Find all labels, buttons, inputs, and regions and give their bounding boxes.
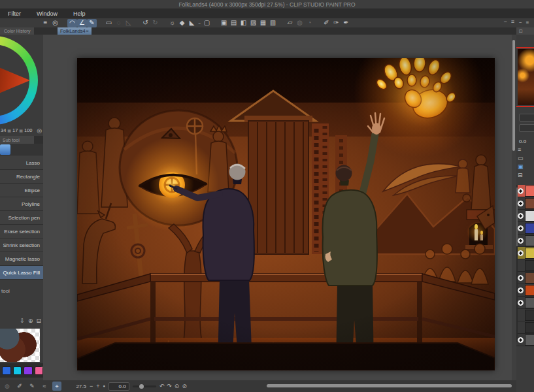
toolbar-icon[interactable]: ◍: [295, 19, 305, 27]
menu-item[interactable]: Window: [29, 8, 65, 18]
toolbar-icon[interactable]: ▱: [285, 19, 295, 27]
layer-row[interactable]: [516, 284, 534, 297]
layer-panel-icon[interactable]: ▭: [518, 155, 524, 161]
layer-panel-icon[interactable]: ▣: [518, 163, 524, 170]
canvas-vertical-scrollbar[interactable]: [512, 35, 516, 380]
subtool-action-icon[interactable]: ⇩: [20, 318, 25, 324]
toolbar-icon[interactable]: ▦: [258, 19, 268, 27]
toolbar-icon[interactable]: ◣: [187, 19, 197, 27]
document-tab[interactable]: FolkLands4 ×: [58, 27, 92, 35]
vertical-scrollbar-thumb[interactable]: [512, 40, 515, 151]
close-tab-icon[interactable]: ×: [86, 28, 89, 34]
toolbar-icon[interactable]: ◔: [305, 19, 314, 27]
footer-tool-icon[interactable]: ◍: [3, 382, 12, 391]
toolbar-icon[interactable]: ▥: [268, 19, 278, 27]
toolbar-control-icon[interactable]: ≡: [511, 18, 514, 25]
toolbar-icon[interactable]: ✒: [341, 19, 351, 27]
document-canvas[interactable]: [77, 58, 495, 370]
toolbar-icon[interactable]: ◺: [124, 19, 133, 27]
layer-row[interactable]: [516, 321, 534, 334]
toolbar-icon[interactable]: ◆: [177, 19, 187, 27]
subtool-item[interactable]: Selection pen: [0, 211, 43, 225]
layer-thumbnail[interactable]: [525, 297, 534, 308]
subtool-item[interactable]: Ellipse: [0, 184, 43, 197]
toolbar-icon[interactable]: ≡: [41, 19, 50, 27]
layer-thumbnail[interactable]: [525, 223, 534, 234]
layer-row[interactable]: [516, 247, 534, 259]
rotate-left-icon[interactable]: ↶: [159, 383, 165, 389]
fit-screen-button[interactable]: ▪: [103, 383, 105, 389]
color-swatch[interactable]: [2, 367, 11, 375]
rotation-slider[interactable]: [133, 385, 156, 387]
navigator-thumbnail[interactable]: [518, 49, 534, 105]
color-history-panel-tab[interactable]: Color History: [0, 27, 34, 35]
layer-row[interactable]: [516, 197, 534, 210]
layer-row[interactable]: [516, 334, 534, 346]
layer-row[interactable]: [516, 259, 534, 272]
color-picker-icon[interactable]: ◎: [37, 127, 42, 134]
toolbar-icon[interactable]: ◧: [239, 19, 248, 27]
right-dock-header-icon[interactable]: −: [519, 20, 522, 25]
layer-row[interactable]: [516, 185, 534, 197]
subtool-item[interactable]: Polyline: [0, 197, 43, 211]
layer-thumbnail[interactable]: [525, 186, 534, 197]
subtool-action-icon[interactable]: ⊟: [36, 318, 41, 324]
zoom-in-button[interactable]: +: [96, 383, 99, 389]
layer-row[interactable]: [516, 222, 534, 235]
layer-thumbnail[interactable]: [525, 198, 534, 209]
reset-rotation-icon[interactable]: ⊙: [175, 383, 180, 389]
layer-thumbnail[interactable]: [525, 210, 534, 221]
toolbar-icon[interactable]: ◌: [114, 19, 124, 27]
layer-thumbnail[interactable]: [525, 272, 534, 284]
layer-row[interactable]: [516, 309, 534, 321]
layer-thumbnail[interactable]: [525, 235, 534, 246]
canvas-horizontal-scrollbar[interactable]: [267, 384, 512, 387]
toolbar-icon[interactable]: ✐: [322, 19, 331, 27]
toolbar-icon[interactable]: ◎: [50, 19, 60, 27]
layer-row[interactable]: [516, 210, 534, 222]
layer-thumbnail[interactable]: [525, 260, 534, 271]
layer-thumbnail[interactable]: [525, 335, 534, 346]
footer-tool-icon[interactable]: ⌖: [52, 382, 61, 391]
layer-thumbnail[interactable]: [525, 310, 534, 321]
zoom-out-button[interactable]: −: [90, 383, 93, 389]
layer-blend-dropdown[interactable]: [519, 114, 534, 122]
color-swatch[interactable]: [24, 367, 33, 375]
subtool-item[interactable]: Erase selection: [0, 225, 43, 238]
brush-tip-preview[interactable]: [0, 329, 40, 362]
toolbar-icon[interactable]: ◠: [67, 19, 77, 27]
toolbar-icon[interactable]: ▨: [248, 19, 258, 27]
menu-item[interactable]: Help: [65, 8, 93, 18]
layer-row[interactable]: [516, 297, 534, 309]
menu-item[interactable]: Filter: [0, 8, 29, 18]
footer-tool-icon[interactable]: ✎: [27, 382, 37, 391]
toolbar-icon[interactable]: ▭: [104, 19, 114, 27]
toolbar-icon[interactable]: ↺: [141, 19, 150, 27]
layer-thumbnail[interactable]: [525, 285, 534, 296]
subtool-item[interactable]: Rectangle: [0, 170, 43, 184]
right-dock-header-icon[interactable]: ≡: [526, 20, 529, 25]
subtool-action-icon[interactable]: ⊕: [28, 318, 33, 324]
layer-row[interactable]: [516, 235, 534, 247]
subtool-item[interactable]: Shrink selection: [0, 238, 43, 252]
selected-tool-icon[interactable]: [0, 144, 10, 155]
layer-panel-icon[interactable]: ≡: [518, 146, 524, 153]
footer-tool-icon[interactable]: ≈: [40, 382, 49, 391]
rotate-right-icon[interactable]: ↷: [167, 383, 172, 389]
toolbar-icon[interactable]: ∠: [77, 19, 87, 27]
subtool-item[interactable]: Magnetic lasso: [0, 252, 43, 266]
layer-panel-icon[interactable]: ⊟: [518, 172, 524, 178]
toolbar-icon[interactable]: ✎: [87, 19, 97, 27]
toolbar-icon[interactable]: ▢: [202, 19, 212, 27]
layer-list-scrollbar[interactable]: [516, 185, 518, 342]
layer-thumbnail[interactable]: [525, 322, 534, 333]
subtool-item[interactable]: Quick Lasso Fill: [0, 266, 43, 280]
toolbar-icon[interactable]: ▣: [219, 19, 229, 27]
subtool-item[interactable]: Lasso: [0, 156, 43, 170]
toolbar-control-icon[interactable]: −: [503, 18, 507, 25]
toolbar-icon[interactable]: ↻: [150, 19, 160, 27]
color-swatch[interactable]: [13, 367, 22, 375]
toolbar-icon[interactable]: ▤: [229, 19, 239, 27]
subtool-panel-tab[interactable]: Sub tool: [0, 136, 34, 144]
flip-icon[interactable]: ⊘: [182, 383, 187, 389]
